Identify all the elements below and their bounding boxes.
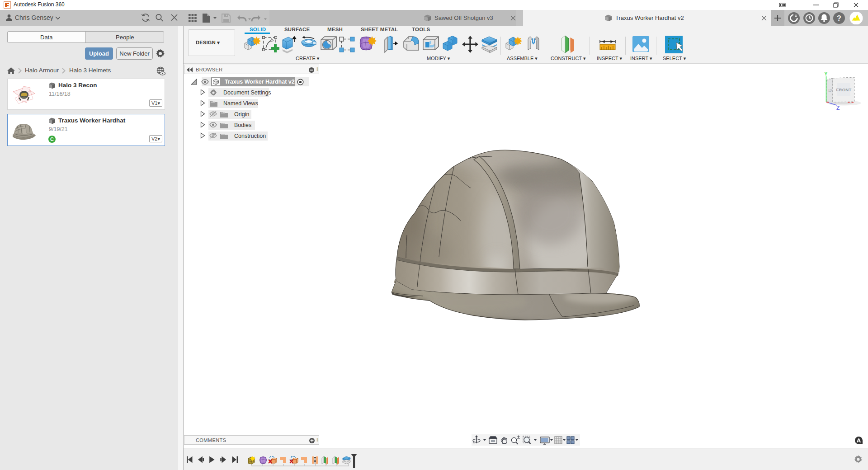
svg-text:C: C bbox=[50, 136, 54, 142]
svg-text:Z: Z bbox=[836, 105, 840, 111]
svg-text:Y: Y bbox=[824, 71, 828, 76]
svg-text:FRONT: FRONT bbox=[836, 87, 851, 92]
svg-text:LEF: LEF bbox=[829, 88, 832, 92]
svg-text:?: ? bbox=[837, 14, 841, 22]
